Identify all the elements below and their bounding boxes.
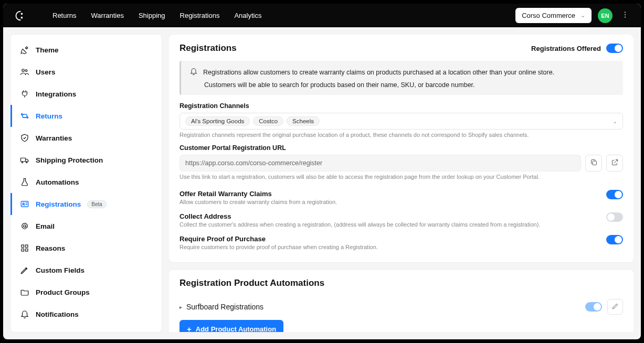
topnav-analytics[interactable]: Analytics <box>234 12 261 19</box>
svg-point-0 <box>21 13 23 15</box>
paintbrush-icon <box>20 45 29 55</box>
sidebar-item-label: Users <box>36 68 56 76</box>
plus-icon: + <box>187 325 192 332</box>
svg-point-9 <box>26 162 27 163</box>
flask-icon <box>20 177 29 187</box>
avatar[interactable]: EN <box>598 8 613 23</box>
automations-panel: Registration Product Automations ▸ Surfb… <box>169 270 634 332</box>
automation-name: Surfboard Registrations <box>186 303 263 311</box>
setting-toggle-collect-address[interactable] <box>606 212 623 222</box>
logo <box>13 10 24 22</box>
svg-rect-14 <box>26 245 28 248</box>
setting-desc: Require customers to provide proof of pu… <box>180 244 378 250</box>
info-box: Registrations allow customers to create … <box>180 61 623 95</box>
panel-title: Registrations <box>180 43 237 53</box>
automations-title: Registration Product Automations <box>180 278 623 288</box>
edit-automation-button[interactable] <box>607 299 623 315</box>
registrations-offered-toggle[interactable] <box>606 44 623 53</box>
channel-chip[interactable]: Costco <box>253 116 283 126</box>
sidebar-item-returns[interactable]: Returns <box>10 105 162 127</box>
sidebar-item-product-groups[interactable]: Product Groups <box>10 281 162 303</box>
sidebar-item-label: Integrations <box>36 90 76 98</box>
users-icon <box>20 67 29 77</box>
setting-title: Require Proof of Purchase <box>180 235 378 243</box>
sidebar-item-label: Theme <box>36 46 59 54</box>
info-line-2: Customers will be able to search for pro… <box>204 81 615 89</box>
sidebar-item-label: Product Groups <box>36 288 90 296</box>
sidebar-item-users[interactable]: Users <box>10 61 162 83</box>
sidebar-item-label: Shipping Protection <box>36 156 103 164</box>
svg-rect-18 <box>593 161 597 165</box>
setting-desc: Allow customers to create warranty claim… <box>180 199 337 205</box>
shield-check-icon <box>20 133 29 143</box>
svg-rect-7 <box>21 158 26 162</box>
sidebar-item-label: Returns <box>36 112 62 120</box>
chevron-down-icon: ⌄ <box>580 12 585 19</box>
setting-desc: Collect the customer's address when crea… <box>180 221 540 228</box>
url-label: Customer Portal Registration URL <box>180 144 623 152</box>
setting-offer-retail-warranty: Offer Retail Warranty Claims Allow custo… <box>180 186 623 209</box>
topnav-warranties[interactable]: Warranties <box>91 12 124 19</box>
pencil-icon <box>611 303 619 312</box>
plug-icon <box>20 89 29 99</box>
topnav-registrations[interactable]: Registrations <box>180 12 220 19</box>
id-card-icon <box>20 199 29 209</box>
sidebar-item-label: Email <box>36 222 55 230</box>
topnav-shipping[interactable]: Shipping <box>139 12 165 19</box>
topnav-returns[interactable]: Returns <box>52 12 77 19</box>
sidebar-item-email[interactable]: Email <box>10 215 162 237</box>
setting-collect-address: Collect Address Collect the customer's a… <box>180 209 623 231</box>
automation-row[interactable]: ▸ Surfboard Registrations <box>180 294 623 320</box>
info-line-1: Registrations allow customers to create … <box>203 69 554 76</box>
sidebar-item-theme[interactable]: Theme <box>10 39 162 61</box>
pen-icon <box>20 265 29 275</box>
svg-rect-16 <box>26 249 28 252</box>
external-link-icon <box>611 158 619 168</box>
folder-icon <box>20 287 29 297</box>
channels-help: Registration channels represent the orig… <box>180 132 623 138</box>
setting-toggle-offer-retail[interactable] <box>606 190 623 199</box>
svg-point-3 <box>625 14 626 15</box>
beta-badge: Beta <box>87 200 107 208</box>
sidebar-item-label: Registrations <box>36 200 81 208</box>
svg-point-6 <box>25 70 27 72</box>
sidebar-item-registrations[interactable]: Registrations Beta <box>10 193 162 215</box>
open-link-button[interactable] <box>606 155 623 172</box>
channel-chip[interactable]: Al's Sporting Goods <box>185 116 250 126</box>
channel-chip[interactable]: Scheels <box>287 116 320 126</box>
sidebar-item-shipping-policies[interactable]: Shipping Policies <box>10 325 162 332</box>
document-icon <box>20 331 29 332</box>
sidebar-item-automations[interactable]: Automations <box>10 171 162 193</box>
registration-url-input[interactable] <box>180 155 581 172</box>
copy-icon <box>590 158 598 168</box>
sidebar-item-warranties[interactable]: Warranties <box>10 127 162 149</box>
copy-button[interactable] <box>585 155 602 172</box>
sidebar-item-reasons[interactable]: Reasons <box>10 237 162 259</box>
add-automation-label: Add Product Automation <box>196 325 276 332</box>
registrations-panel: Registrations Registrations Offered Regi… <box>169 35 634 262</box>
store-selector-label: Corso Commerce <box>522 12 575 19</box>
sidebar-item-custom-fields[interactable]: Custom Fields <box>10 259 162 281</box>
setting-require-proof: Require Proof of Purchase Require custom… <box>180 231 623 254</box>
store-selector[interactable]: Corso Commerce ⌄ <box>515 8 592 23</box>
svg-point-1 <box>21 16 23 18</box>
chevron-down-icon: ⌄ <box>613 118 617 125</box>
svg-rect-15 <box>22 249 24 252</box>
registrations-offered-label: Registrations Offered <box>531 45 601 52</box>
add-product-automation-button[interactable]: + Add Product Automation <box>180 320 283 332</box>
setting-toggle-require-proof[interactable] <box>606 235 623 244</box>
automation-toggle[interactable] <box>585 302 602 312</box>
sidebar-item-label: Notifications <box>36 310 79 318</box>
svg-point-5 <box>22 69 25 72</box>
sidebar-item-label: Automations <box>36 178 79 186</box>
kebab-menu-icon[interactable] <box>619 8 631 23</box>
sidebar-item-shipping-protection[interactable]: Shipping Protection <box>10 149 162 171</box>
svg-point-12 <box>24 225 26 228</box>
returns-icon <box>20 111 29 121</box>
at-icon <box>20 221 29 231</box>
sidebar-item-notifications[interactable]: Notifications <box>10 303 162 325</box>
channels-multiselect[interactable]: Al's Sporting Goods Costco Scheels ⌄ <box>180 113 623 130</box>
sidebar-item-integrations[interactable]: Integrations <box>10 83 162 105</box>
truck-shield-icon <box>20 155 29 165</box>
svg-point-4 <box>625 16 626 17</box>
